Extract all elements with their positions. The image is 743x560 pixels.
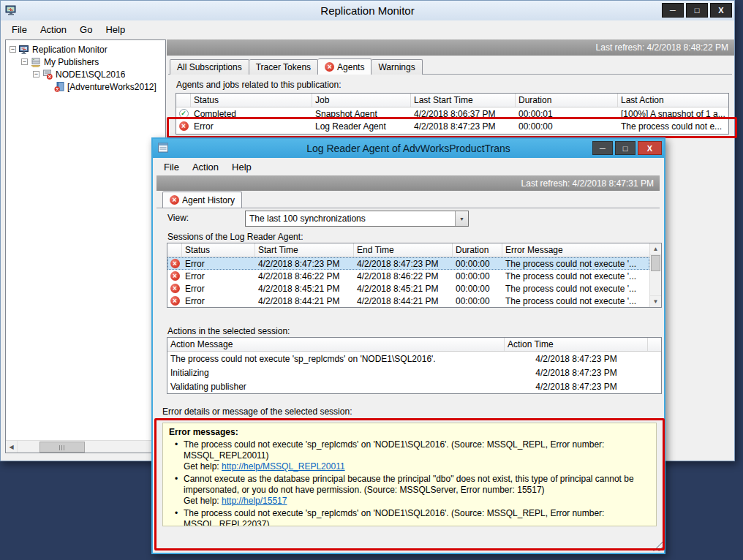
column-header-status-icon[interactable] <box>167 243 182 257</box>
session-status: Error <box>182 296 255 306</box>
menu-go[interactable]: Go <box>73 22 99 37</box>
session-end-time: 4/2/2018 8:46:22 PM <box>354 271 453 281</box>
column-header-last-start-time[interactable]: Last Start Time <box>411 94 516 107</box>
menu-help[interactable]: Help <box>225 159 258 175</box>
tab-all-subscriptions[interactable]: All Subscriptions <box>170 59 249 75</box>
scrollbar-thumb[interactable] <box>651 255 660 271</box>
menu-file[interactable]: File <box>5 22 34 37</box>
tab-agent-history[interactable]: × Agent History <box>162 192 242 208</box>
session-row[interactable]: × Error 4/2/2018 8:47:23 PM 4/2/2018 8:4… <box>167 257 649 270</box>
action-row[interactable]: Initializing 4/2/2018 8:47:23 PM <box>167 366 661 379</box>
tab-label: Agent History <box>182 195 235 205</box>
menu-help[interactable]: Help <box>99 22 132 37</box>
scroll-left-icon[interactable]: ◀ <box>6 441 18 453</box>
minimize-button[interactable]: ─ <box>662 3 684 18</box>
session-row[interactable]: × Error 4/2/2018 8:46:22 PM 4/2/2018 8:4… <box>167 270 649 282</box>
bullet-icon: • <box>169 508 184 526</box>
error-message-text: The process could not execute 'sp_replcm… <box>184 439 604 461</box>
agent-job: Log Reader Agent <box>312 121 411 132</box>
tab-tracer-tokens[interactable]: Tracer Tokens <box>249 59 318 75</box>
dialog-titlebar[interactable]: Log Reader Agent of AdvWorksProductTrans… <box>153 139 664 158</box>
menu-file[interactable]: File <box>157 159 186 175</box>
resize-grip[interactable] <box>652 541 663 551</box>
session-duration: 00:00:00 <box>453 296 502 306</box>
sessions-table-header: Status Start Time End Time Duration Erro… <box>167 243 649 257</box>
action-message: Initializing <box>167 368 505 378</box>
column-header-start-time[interactable]: Start Time <box>255 243 354 257</box>
maximize-button[interactable]: □ <box>686 3 708 18</box>
agent-row-log-reader[interactable]: × Error Log Reader Agent 4/2/2018 8:47:2… <box>176 120 728 132</box>
tree-item-label: NODE1\SQL2016 <box>56 69 125 80</box>
session-row[interactable]: × Error 4/2/2018 8:45:21 PM 4/2/2018 8:4… <box>167 282 649 295</box>
column-header-status-icon[interactable] <box>176 94 191 107</box>
column-header-duration[interactable]: Duration <box>516 94 618 107</box>
get-help-prefix: Get help: <box>184 461 219 472</box>
main-titlebar[interactable]: Replication Monitor ─ □ X <box>1 1 734 20</box>
column-header-status[interactable]: Status <box>191 94 312 107</box>
success-icon: ✓ <box>179 109 189 118</box>
main-menubar: File Action Go Help <box>1 20 734 38</box>
main-tabs: All Subscriptions Tracer Tokens × Agents… <box>170 58 423 75</box>
scroll-down-icon[interactable]: ▼ <box>650 295 661 307</box>
collapse-expander-icon[interactable]: − <box>33 71 39 77</box>
action-row[interactable]: The process could not execute 'sp_replcm… <box>167 352 661 366</box>
scrollbar-thumb[interactable] <box>39 442 85 453</box>
maximize-button[interactable]: □ <box>615 141 635 155</box>
column-header-error-message[interactable]: Error Message <box>502 243 649 257</box>
collapse-expander-icon[interactable]: − <box>21 58 28 65</box>
dialog-tabs: × Agent History <box>162 192 242 208</box>
session-duration: 00:00:00 <box>453 259 502 269</box>
session-end-time: 4/2/2018 8:44:21 PM <box>354 296 453 306</box>
help-link[interactable]: http://help/15517 <box>222 496 287 506</box>
column-header-action-message[interactable]: Action Message <box>167 338 505 351</box>
dialog-title: Log Reader Agent of AdvWorksProductTrans <box>153 139 664 158</box>
tree-item-my-publishers[interactable]: − My Publishers <box>7 56 164 68</box>
close-button[interactable]: X <box>710 3 732 18</box>
help-link[interactable]: http://help/MSSQL_REPL20011 <box>222 461 345 472</box>
error-icon: × <box>170 296 180 306</box>
column-header-status[interactable]: Status <box>182 243 255 257</box>
close-button[interactable]: X <box>638 141 662 155</box>
last-refresh-text: Last refresh: 4/2/2018 8:47:31 PM <box>521 178 654 189</box>
tree-item-replication-monitor[interactable]: − Replication Monitor <box>7 43 164 56</box>
tab-strip-divider <box>156 208 660 208</box>
column-header-last-action[interactable]: Last Action <box>618 94 728 107</box>
tab-label: Agents <box>337 62 364 72</box>
session-row[interactable]: × Error 4/2/2018 8:44:21 PM 4/2/2018 8:4… <box>167 295 649 307</box>
server-error-icon <box>42 69 53 80</box>
tab-label: Warnings <box>378 62 415 72</box>
view-dropdown[interactable]: The last 100 synchronizations ▼ <box>245 211 469 227</box>
error-messages-heading: Error messages: <box>169 427 650 438</box>
collapse-expander-icon[interactable]: − <box>10 46 16 53</box>
tree-item-label: Replication Monitor <box>32 45 108 55</box>
agent-last-action: [100%] A snapshot of 1 a... <box>618 109 728 119</box>
column-header-job[interactable]: Job <box>312 94 411 107</box>
column-header-duration[interactable]: Duration <box>453 243 502 257</box>
agent-duration: 00:00:01 <box>516 109 618 119</box>
tree-item-node1-sql2016[interactable]: − NODE1\SQL2016 <box>7 68 164 80</box>
session-status: Error <box>182 284 255 294</box>
scroll-up-icon[interactable]: ▲ <box>650 243 661 255</box>
session-duration: 00:00:00 <box>453 284 502 294</box>
column-header-action-time[interactable]: Action Time <box>505 338 648 351</box>
minimize-button[interactable]: ─ <box>592 141 613 155</box>
actions-label: Actions in the selected session: <box>167 326 290 336</box>
tree-horizontal-scrollbar[interactable]: ◀ ▶ <box>6 440 165 453</box>
tree-item-adventureworks2012[interactable]: [AdventureWorks2012] <box>7 80 164 93</box>
session-start-time: 4/2/2018 8:44:21 PM <box>255 296 354 306</box>
sessions-vertical-scrollbar[interactable]: ▲ ▼ <box>649 243 661 307</box>
chevron-down-icon[interactable]: ▼ <box>455 211 468 226</box>
agent-row-snapshot[interactable]: ✓ Completed Snapshot Agent 4/2/2018 8:06… <box>176 107 728 120</box>
menu-action[interactable]: Action <box>186 159 225 175</box>
action-row[interactable]: Validating publisher 4/2/2018 8:47:23 PM <box>167 379 661 393</box>
menu-action[interactable]: Action <box>34 22 73 37</box>
session-error-message: The process could not execute '... <box>502 296 649 306</box>
monitor-tree-panel: − Replication Monitor − <box>5 39 166 453</box>
dialog-window-controls: ─ □ X <box>592 141 662 155</box>
session-status: Error <box>182 271 255 281</box>
column-header-filler <box>648 338 661 351</box>
tab-agents[interactable]: × Agents <box>318 58 372 75</box>
tab-warnings[interactable]: Warnings <box>372 59 422 75</box>
agents-table-header: Status Job Last Start Time Duration Last… <box>176 94 728 107</box>
column-header-end-time[interactable]: End Time <box>354 243 453 257</box>
